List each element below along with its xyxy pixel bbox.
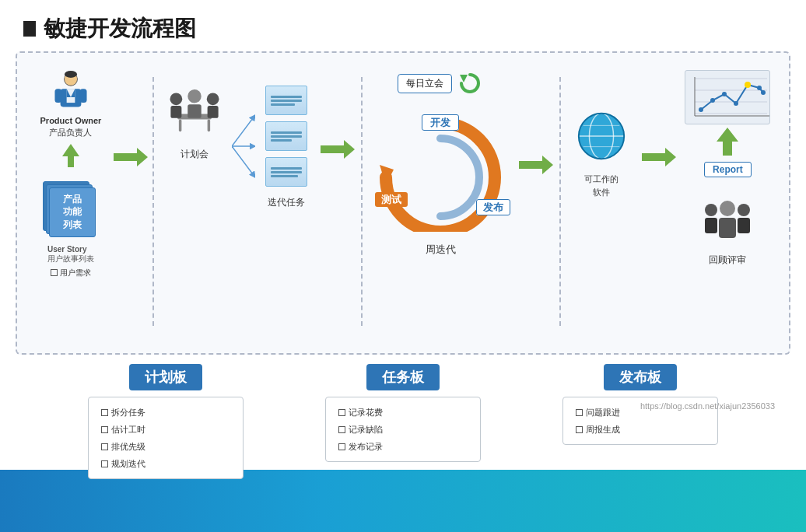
col-tasks: 迭代任务 [255,86,317,209]
svg-marker-10 [114,148,148,166]
user-story-label: User Story 用户故事列表 [47,245,94,264]
board2-item-1: 记录花费 [338,404,468,421]
svg-point-44 [745,82,751,88]
arrow-right-2 [321,140,355,159]
boards-section: 计划板 拆分任务 估计工时 排优先级 规划迭代 任务板 [16,364,790,479]
cb-2-3 [338,443,345,450]
product-stack: 产品 功能 列表 [43,181,99,237]
svg-point-43 [734,101,738,106]
svg-point-16 [187,89,202,103]
board3-item-2: 周报生成 [576,421,705,438]
cb-1-3 [101,443,108,450]
svg-rect-53 [738,218,750,233]
task-item-2 [265,121,307,151]
svg-rect-15 [170,106,181,118]
review-label: 回顾评审 [709,254,746,267]
board3-title: 发布板 [604,364,677,390]
main-area: Product Owner 产品负责人 产品 功能 列表 [16,51,790,479]
board1-item-3: 排优先级 [101,438,230,455]
cb-1-1 [101,409,108,416]
title-text: 敏捷开发流程图 [44,14,196,44]
cb-3-2 [576,426,583,433]
flow-container: Product Owner 产品负责人 产品 功能 列表 [16,51,790,355]
col-sprint: 每日立会 [366,62,516,257]
arrow-right-4 [642,148,676,166]
svg-point-40 [699,107,703,112]
board-jihua: 计划板 拆分任务 估计工时 排优先级 规划迭代 [80,364,251,479]
svg-rect-17 [187,104,202,118]
svg-point-50 [720,201,735,216]
board1-title: 计划板 [129,364,202,390]
svg-rect-51 [719,218,736,238]
col-meeting: 计划会 [157,62,232,161]
sprint-release-label: 发布 [476,200,510,215]
board1-item-4: 规划迭代 [101,455,230,472]
col-product-owner: Product Owner 产品负责人 产品 功能 列表 [30,62,112,278]
daily-standup: 每日立会 [398,70,483,96]
svg-marker-9 [62,144,79,167]
svg-point-45 [757,86,762,90]
cb-2-2 [338,426,345,433]
cb-1-4 [101,460,108,467]
svg-rect-6 [80,89,87,103]
board-renwu: 任务板 记录花费 记录缺陷 发布记录 [317,364,489,479]
standup-box: 每日立会 [398,74,452,93]
vsep-3 [559,77,561,326]
svg-point-52 [738,204,750,216]
po-label: Product Owner 产品负责人 [40,115,102,139]
sprint-label: 周迭代 [426,243,456,257]
board1-item-1: 拆分任务 [101,404,230,421]
user-demand-label: 用户需求 [51,268,91,278]
cb-2-1 [338,409,345,416]
task-list [265,86,307,187]
sprint-test-label: 测试 [375,192,408,207]
svg-marker-26 [519,156,553,174]
down-arrow-1 [62,144,79,167]
task-item-1 [265,86,307,115]
svg-point-48 [705,204,717,216]
board-fabu: 发布板 问题跟进 周报生成 [555,364,726,479]
review-people-icon [700,187,755,249]
svg-rect-13 [208,120,211,132]
board2-item-3: 发布记录 [338,438,468,455]
svg-point-46 [761,90,766,95]
watermark: https://blog.csdn.net/xiajun2356033 [640,401,775,411]
report-chart [685,70,770,124]
board1-content: 拆分任务 估计工时 排优先级 规划迭代 [88,397,244,479]
arrow-right-1 [114,148,148,166]
board1-item-2: 估计工时 [101,421,230,438]
report-label: Report [704,162,752,177]
checkbox-demand [51,269,58,276]
svg-marker-33 [642,148,676,166]
globe-icon [574,109,629,166]
cb-1-2 [101,426,108,433]
software-label: 可工作的 软件 [584,173,619,198]
svg-point-18 [207,93,219,105]
svg-marker-23 [321,140,355,159]
svg-line-22 [232,146,255,177]
person-icon [49,68,93,112]
sprint-cycle: 开发 测试 发布 [370,107,510,240]
svg-rect-12 [179,120,182,132]
tasks-label: 迭代任务 [268,196,305,209]
svg-rect-49 [705,218,717,233]
svg-rect-5 [54,89,61,103]
task-item-3 [265,157,307,187]
svg-line-20 [232,115,255,146]
board2-content: 记录花费 记录缺陷 发布记录 [325,397,481,462]
vsep-1 [152,77,154,326]
svg-point-14 [170,93,183,105]
svg-point-41 [710,98,715,103]
sprint-dev-label: 开发 [422,115,459,130]
svg-marker-24 [460,75,468,82]
flow-row: Product Owner 产品负责人 产品 功能 列表 [30,62,776,341]
title-square [23,21,36,37]
col-review: Report 回顾评审 [679,62,776,267]
svg-point-42 [722,92,727,96]
stack-card-front: 产品 功能 列表 [49,187,96,237]
board2-item-2: 记录缺陷 [338,421,468,438]
col-software: 可工作的 软件 [564,62,639,198]
svg-marker-47 [717,128,738,156]
page-title: 敏捷开发流程图 [0,0,806,51]
tasks-connector-area: 迭代任务 [232,86,317,209]
